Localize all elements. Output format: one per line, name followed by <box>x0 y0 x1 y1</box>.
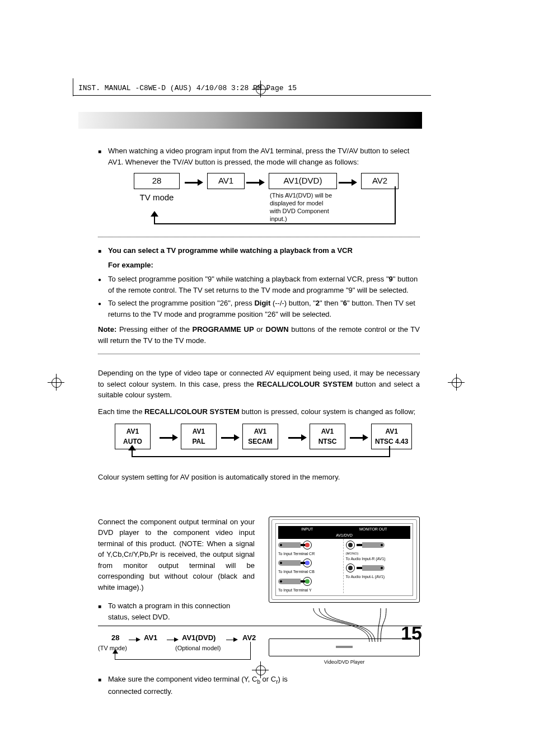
colour-system-flow: AV1AUTO AV1PAL AV1SECAM AV1NTSC AV1NTSC … <box>98 424 420 468</box>
cflow-pal: AV1PAL <box>181 424 217 449</box>
for-example-label: For example: <box>108 260 420 271</box>
cflow-ntsc443: AV1NTSC 4.43 <box>371 424 412 449</box>
flow-node-av1dvd: AV1(DVD) <box>269 173 337 189</box>
component-intro: Connect the component output terminal on… <box>98 516 255 593</box>
example-bullet-1: To select programme position "9" while w… <box>108 274 420 295</box>
header-imprint: INST. MANUAL -C8WE-D (AUS) 4/10/08 3:28 … <box>78 84 297 92</box>
flow-node-28-sub: TV mode <box>132 191 182 204</box>
footer-rule <box>98 626 422 626</box>
component-bullet-2: Make sure the component video terminal (… <box>108 674 298 697</box>
section-banner <box>78 112 422 129</box>
cflow-secam: AV1SECAM <box>242 424 278 449</box>
cflow-ntsc: AV1NTSC <box>310 424 345 449</box>
example-bullet-2: To select the programme position "26", p… <box>108 298 420 320</box>
page-number: 15 <box>401 622 422 644</box>
flow-node-av2: AV2 <box>361 173 399 189</box>
colour-system-p1: Depending on the type of video tape or c… <box>98 368 420 401</box>
component-bullet-1: To watch a program in this connection st… <box>108 600 254 622</box>
flow-node-av1dvd-note: (This AV1(DVD) will be displayed for mod… <box>269 189 336 226</box>
av-mode-flow: 28 TV mode AV1 AV1(DVD) (This AV1(DVD) w… <box>98 173 420 229</box>
flow-node-av1: AV1 <box>207 173 245 189</box>
section-heading-vcr: You can select a TV programme while watc… <box>108 245 420 256</box>
diagram-player-label: Video/DVD Player <box>269 659 420 666</box>
colour-system-p2: Each time the RECALL/COLOUR SYSTEM butto… <box>98 406 420 417</box>
colour-system-p3: Colour system setting for AV position is… <box>98 472 420 483</box>
note-text: Note: Pressing either of the PROGRAMME U… <box>98 324 420 346</box>
intro-text: When watching a video program input from… <box>108 145 420 167</box>
flow-node-28: 28 <box>134 173 180 189</box>
connection-diagram: INPUT MONITOR OUT AV1/DVD To Input Termi… <box>269 516 420 666</box>
